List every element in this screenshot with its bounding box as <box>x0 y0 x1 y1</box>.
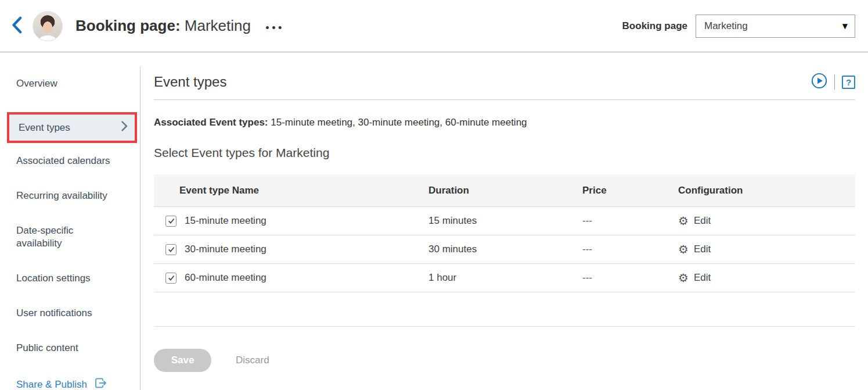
row-checkbox[interactable] <box>165 216 177 227</box>
content-title-row: Event types ? <box>154 73 855 91</box>
event-name: 60-minute meeting <box>185 272 266 284</box>
sidebar-item-label: Overview <box>16 77 57 90</box>
table-row: 30-minute meeting 30 minutes --- ⚙ Edit <box>154 235 855 264</box>
play-video-button[interactable] <box>811 73 827 91</box>
table-row: 15-minute meeting 15 minutes --- ⚙ Edit <box>154 207 855 235</box>
column-header-price: Price <box>582 185 678 196</box>
sidebar-item-date-specific-availability[interactable]: Date-specific availability <box>0 224 115 250</box>
sidebar: Overview Event types Associated calendar… <box>0 52 141 390</box>
table-row: 60-minute meeting 1 hour --- ⚙ Edit <box>154 264 855 292</box>
edit-configuration-link[interactable]: ⚙ Edit <box>678 215 855 227</box>
price-cell: --- <box>582 272 678 284</box>
body: Overview Event types Associated calendar… <box>0 52 868 390</box>
gear-icon: ⚙ <box>678 215 689 227</box>
edit-label: Edit <box>694 244 711 255</box>
event-name-cell: 15-minute meeting <box>154 215 428 227</box>
chevron-right-icon <box>121 121 128 134</box>
top-bar-left: Booking page: Marketing ••• <box>8 11 284 41</box>
row-checkbox[interactable] <box>165 273 177 284</box>
price-cell: --- <box>582 244 678 255</box>
booking-page-dropdown[interactable]: Marketing ▼ <box>696 15 855 38</box>
section-divider <box>154 326 855 327</box>
sidebar-item-location-settings[interactable]: Location settings <box>0 272 115 285</box>
chevron-down-icon: ▼ <box>842 22 848 30</box>
title-icons: ? <box>811 73 855 91</box>
edit-configuration-link[interactable]: ⚙ Edit <box>678 272 855 284</box>
event-name-cell: 30-minute meeting <box>154 244 428 255</box>
associated-event-types-line: Associated Event types: 15-minute meetin… <box>154 117 855 128</box>
duration-cell: 1 hour <box>428 272 582 284</box>
question-mark-icon: ? <box>846 77 851 87</box>
gear-icon: ⚙ <box>678 244 689 255</box>
icon-separator <box>834 74 835 90</box>
edit-label: Edit <box>694 272 711 284</box>
sidebar-item-share-publish[interactable]: Share & Publish <box>0 377 115 390</box>
event-name-cell: 60-minute meeting <box>154 272 428 284</box>
column-header-duration: Duration <box>428 185 582 196</box>
title-divider <box>154 99 855 100</box>
edit-configuration-link[interactable]: ⚙ Edit <box>678 244 855 255</box>
sidebar-item-label: User notifications <box>16 307 92 320</box>
sidebar-item-label: Recurring availability <box>16 189 107 202</box>
sidebar-item-recurring-availability[interactable]: Recurring availability <box>0 189 115 202</box>
content-title: Event types <box>154 74 226 90</box>
sidebar-item-label: Associated calendars <box>16 155 110 167</box>
price-cell: --- <box>582 215 678 227</box>
sidebar-item-label: Share & Publish <box>16 378 87 390</box>
sidebar-item-user-notifications[interactable]: User notifications <box>0 307 115 320</box>
sidebar-divider <box>140 67 141 390</box>
main-content: Event types ? Associated Event types: 15… <box>141 52 868 390</box>
select-event-types-subtitle: Select Event types for Marketing <box>154 146 855 160</box>
page-title: Booking page: Marketing <box>75 17 251 35</box>
event-name: 15-minute meeting <box>185 215 266 227</box>
app-window: Booking page: Marketing ••• Booking page… <box>0 0 868 390</box>
duration-cell: 15 minutes <box>428 215 582 227</box>
share-publish-icon <box>93 377 108 390</box>
back-chevron-icon <box>10 16 23 36</box>
top-bar-right: Booking page Marketing ▼ <box>622 15 855 38</box>
duration-cell: 30 minutes <box>428 244 582 255</box>
avatar <box>33 11 63 41</box>
discard-button[interactable]: Discard <box>236 355 269 366</box>
play-icon <box>811 73 827 91</box>
more-options-icon[interactable]: ••• <box>265 20 284 33</box>
page-title-label: Booking page: <box>75 17 181 34</box>
sidebar-item-public-content[interactable]: Public content <box>0 342 115 355</box>
event-name: 30-minute meeting <box>185 244 266 255</box>
page-title-value: Marketing <box>185 17 251 34</box>
row-checkbox[interactable] <box>165 244 177 255</box>
save-button[interactable]: Save <box>154 349 211 372</box>
top-bar: Booking page: Marketing ••• Booking page… <box>0 0 868 52</box>
sidebar-item-label: Location settings <box>16 272 91 285</box>
button-row: Save Discard <box>154 349 855 372</box>
sidebar-item-associated-calendars[interactable]: Associated calendars <box>0 155 115 167</box>
edit-label: Edit <box>694 215 711 227</box>
sidebar-item-overview[interactable]: Overview <box>0 77 115 90</box>
sidebar-item-event-types[interactable]: Event types <box>7 112 137 143</box>
table-header-row: Event type Name Duration Price Configura… <box>154 174 855 207</box>
help-button[interactable]: ? <box>842 76 855 89</box>
column-header-configuration: Configuration <box>678 185 855 196</box>
event-types-table: Event type Name Duration Price Configura… <box>154 174 855 292</box>
booking-page-dropdown-value: Marketing <box>704 20 748 32</box>
booking-page-selector-label: Booking page <box>622 20 687 32</box>
sidebar-item-label: Public content <box>16 342 78 355</box>
associated-event-types-label: Associated Event types: <box>154 117 268 128</box>
column-header-name: Event type Name <box>154 185 428 196</box>
sidebar-item-label: Event types <box>19 122 70 134</box>
sidebar-item-label: Date-specific availability <box>16 224 114 250</box>
associated-event-types-value: 15-minute meeting, 30-minute meeting, 60… <box>271 117 527 128</box>
back-button[interactable] <box>8 14 26 38</box>
gear-icon: ⚙ <box>678 272 689 284</box>
